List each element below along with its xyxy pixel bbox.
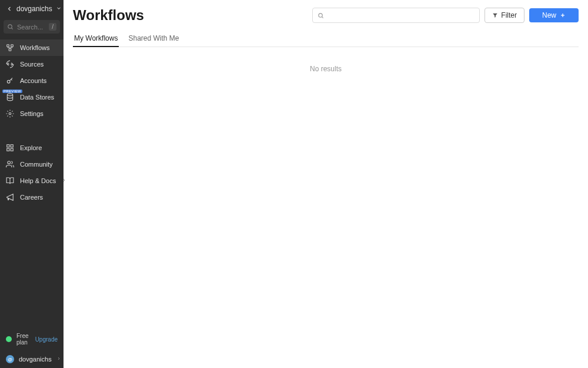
new-label: New [542, 11, 556, 19]
nav-secondary: Explore Community Help & Docs Careers [0, 140, 64, 205]
svg-point-12 [8, 161, 11, 164]
svg-rect-10 [7, 148, 9, 151]
page-title: Workflows [73, 7, 144, 24]
sidebar-search[interactable]: / [4, 20, 60, 34]
plan-info: Free plan Upgrade [0, 328, 64, 350]
preview-badge: PREVIEW [2, 89, 22, 93]
nav-label: Data Stores [20, 94, 54, 101]
filter-label: Filter [501, 11, 517, 19]
sidebar-item-explore[interactable]: Explore [0, 140, 64, 156]
chevron-down-icon[interactable] [56, 5, 62, 12]
svg-rect-8 [7, 145, 9, 147]
chevron-right-icon [62, 178, 66, 184]
sidebar-item-community[interactable]: Community [0, 156, 64, 173]
svg-rect-11 [11, 148, 13, 151]
workflow-search-input[interactable] [328, 11, 475, 19]
avatar: @ [6, 355, 14, 363]
search-icon [7, 24, 14, 30]
tab-my-workflows[interactable]: My Workflows [73, 31, 119, 47]
sidebar-item-workflows[interactable]: Workflows [0, 39, 64, 56]
svg-point-6 [7, 94, 12, 96]
main-content: Workflows Filter New My Workflows Shared… [64, 0, 588, 368]
sidebar: dovganichs / Workflows Sources [0, 0, 64, 368]
chevron-right-icon [56, 356, 61, 362]
tabs: My Workflows Shared With Me [73, 31, 579, 47]
plan-label: Free plan [16, 333, 31, 346]
new-button[interactable]: New [529, 8, 579, 22]
nav-label: Community [20, 161, 53, 168]
upgrade-link[interactable]: Upgrade [35, 336, 58, 343]
empty-state: No results [73, 47, 579, 91]
sidebar-item-data-stores[interactable]: PREVIEW Data Stores [0, 89, 64, 105]
sidebar-item-help[interactable]: Help & Docs [0, 173, 64, 189]
nav-primary: Workflows Sources Accounts PREVIEW Data … [0, 39, 64, 122]
svg-rect-9 [11, 145, 13, 147]
svg-line-1 [12, 28, 13, 29]
sidebar-item-sources[interactable]: Sources [0, 56, 64, 72]
plus-icon [560, 12, 566, 18]
page-header: Workflows Filter New [73, 7, 579, 24]
svg-point-13 [319, 13, 322, 16]
svg-rect-3 [11, 45, 14, 47]
sidebar-footer: Free plan Upgrade @ dovganichs [0, 328, 64, 368]
sources-icon [6, 60, 14, 68]
nav-label: Accounts [20, 77, 46, 84]
workspace-switcher[interactable]: dovganichs [0, 0, 64, 18]
svg-rect-2 [7, 45, 9, 47]
tab-shared-with-me[interactable]: Shared With Me [127, 31, 180, 47]
nav-label: Help & Docs [20, 177, 56, 184]
grid-icon [6, 144, 14, 152]
search-shortcut: / [49, 23, 56, 31]
community-icon [6, 160, 14, 168]
megaphone-icon [6, 193, 14, 201]
user-name: dovganichs [19, 356, 52, 363]
sidebar-item-accounts[interactable]: Accounts [0, 72, 64, 89]
workflow-search[interactable] [312, 8, 480, 23]
svg-point-0 [8, 25, 12, 28]
back-icon[interactable] [6, 5, 13, 13]
svg-line-14 [322, 16, 323, 18]
key-icon [6, 77, 14, 85]
workspace-name: dovganichs [16, 5, 52, 13]
user-menu[interactable]: @ dovganichs [0, 350, 64, 368]
gear-icon [6, 110, 14, 118]
filter-button[interactable]: Filter [485, 8, 524, 23]
nav-label: Explore [20, 144, 42, 151]
svg-point-7 [9, 112, 11, 115]
filter-icon [492, 12, 498, 18]
sidebar-item-careers[interactable]: Careers [0, 189, 64, 205]
sidebar-item-settings[interactable]: Settings [0, 105, 64, 122]
nav-label: Sources [20, 61, 44, 68]
plan-status-dot [6, 336, 12, 342]
database-icon [6, 93, 14, 101]
svg-rect-4 [9, 49, 11, 51]
search-icon [318, 12, 324, 19]
nav-label: Settings [20, 110, 44, 117]
book-icon [6, 177, 14, 185]
nav-label: Workflows [20, 44, 50, 51]
nav-label: Careers [20, 194, 43, 201]
workflows-icon [6, 44, 14, 52]
search-input[interactable] [17, 24, 45, 31]
